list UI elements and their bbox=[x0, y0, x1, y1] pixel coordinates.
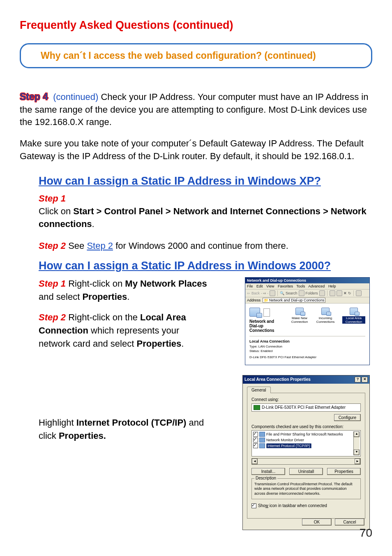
scroll-left-icon[interactable]: ◄ bbox=[252, 459, 258, 464]
close-button[interactable]: ✕ bbox=[362, 377, 368, 382]
w2k-step1-label: Step 1 bbox=[39, 278, 66, 289]
menu-view[interactable]: View bbox=[266, 284, 274, 288]
nic-icon bbox=[254, 405, 260, 410]
connect-using-label: Connect using: bbox=[251, 397, 361, 402]
up-icon[interactable] bbox=[270, 290, 275, 296]
nd-title: Network and Dial-up Connections bbox=[249, 319, 284, 333]
service-icon bbox=[259, 432, 265, 437]
xp-heading-link[interactable]: How can I assign a Static IP Address in … bbox=[39, 175, 321, 187]
horizontal-scrollbar[interactable]: ◄ ► bbox=[251, 458, 361, 465]
scroll-down-icon[interactable]: ▼ bbox=[354, 449, 360, 455]
explorer-toolbar[interactable]: ⇦Back · ⇨ · 🔍Search Folders ✕ ↻ bbox=[245, 290, 369, 297]
xp-step1-post: . bbox=[92, 219, 95, 229]
cancel-button[interactable]: Cancel bbox=[335, 519, 364, 526]
component-item[interactable]: Network Monitor Driver bbox=[253, 437, 353, 443]
checkbox-icon[interactable] bbox=[253, 438, 258, 442]
menu-file[interactable]: File bbox=[247, 284, 253, 288]
copy-icon[interactable] bbox=[337, 290, 342, 296]
menu-tools[interactable]: Tools bbox=[296, 284, 305, 288]
ok-button[interactable]: OK bbox=[302, 519, 332, 526]
dialog-title: Local Area Connection Properties bbox=[244, 377, 311, 382]
move-icon[interactable] bbox=[330, 290, 335, 296]
gateway-text: Make sure you take note of your computer… bbox=[20, 137, 372, 162]
component-item[interactable]: File and Printer Sharing for Microsoft N… bbox=[253, 431, 353, 437]
w2k-heading-link[interactable]: How can I assign a Static IP Address in … bbox=[39, 259, 331, 272]
menu-help[interactable]: Help bbox=[328, 284, 336, 288]
menu-advanced[interactable]: Advanced bbox=[308, 284, 325, 288]
scroll-right-icon[interactable]: ► bbox=[355, 459, 360, 464]
connection-icon bbox=[350, 308, 358, 315]
xp-step1-label: Step 1 bbox=[39, 193, 66, 204]
components-list[interactable]: File and Printer Sharing for Microsoft N… bbox=[251, 430, 361, 456]
document-icon bbox=[263, 308, 270, 317]
checkbox-icon[interactable] bbox=[253, 432, 258, 437]
adapter-box: D-Link DFE-530TX PCI Fast Ethernet Adapt… bbox=[251, 403, 361, 412]
description-label: Description bbox=[254, 476, 277, 480]
lac-details: Local Area Connection Type: LAN Connecti… bbox=[249, 339, 365, 359]
install-button[interactable]: Install... bbox=[251, 468, 285, 475]
menu-favorites[interactable]: Favorites bbox=[278, 284, 293, 288]
question-box: Why can´t I access the web based configu… bbox=[20, 43, 372, 68]
question-text: Why can´t I access the web based configu… bbox=[41, 50, 316, 61]
history-icon[interactable] bbox=[319, 290, 325, 296]
xp-step2-label: Step 2 bbox=[39, 241, 66, 251]
explorer-window: Network and Dial-up Connections File Edi… bbox=[245, 277, 370, 365]
step4-label: Step 4 bbox=[20, 91, 48, 102]
network-icon bbox=[249, 308, 260, 317]
address-bar[interactable]: Address 📁 Network and Dial-up Connection… bbox=[245, 297, 369, 303]
connection-icon bbox=[295, 308, 304, 315]
xp-step2-link[interactable]: Step 2 bbox=[87, 241, 113, 251]
local-area-connection[interactable]: Local Area Connection bbox=[342, 308, 365, 324]
xp-step2-pre: See bbox=[66, 241, 87, 251]
service-icon bbox=[259, 438, 265, 442]
make-new-connection[interactable]: Make New Connection bbox=[291, 308, 309, 324]
show-icon-label: Show icon in taskbar when connected bbox=[258, 503, 327, 508]
step4-continued: (continued) bbox=[53, 92, 98, 102]
tab-general[interactable]: General bbox=[247, 387, 271, 393]
page-number: 70 bbox=[360, 526, 372, 540]
connection-icon bbox=[321, 308, 330, 315]
component-item-tcpip[interactable]: Internet Protocol (TCP/IP) bbox=[253, 443, 353, 449]
xp-step1-pre: Click on bbox=[39, 206, 73, 216]
vertical-scrollbar[interactable]: ▲ ▼ bbox=[353, 431, 360, 455]
folders-icon[interactable] bbox=[299, 290, 304, 296]
menu-edit[interactable]: Edit bbox=[256, 284, 263, 288]
w2k-step2-label: Step 2 bbox=[39, 312, 66, 322]
xp-step2-post: for Windows 2000 and continue from there… bbox=[113, 241, 288, 251]
w2k-step1-block: Step 1 Right-click on My Network Places … bbox=[39, 277, 207, 303]
properties-button[interactable]: Properties bbox=[327, 468, 361, 475]
configure-button[interactable]: Configure bbox=[334, 414, 361, 421]
show-icon-checkbox[interactable] bbox=[251, 503, 256, 508]
page-title: Frequently Asked Questions (continued) bbox=[20, 19, 372, 32]
explorer-titlebar: Network and Dial-up Connections bbox=[245, 278, 369, 283]
components-label: Components checked are used by this conn… bbox=[251, 424, 361, 429]
views-icon[interactable] bbox=[356, 290, 362, 296]
scroll-up-icon[interactable]: ▲ bbox=[354, 431, 360, 437]
lac-properties-dialog: Local Area Connection Properties ? ✕ Gen… bbox=[242, 375, 370, 530]
help-button[interactable]: ? bbox=[355, 377, 361, 382]
highlight-block: Highlight Internet Protocol (TCP/IP) and… bbox=[39, 416, 207, 442]
w2k-step2-block: Step 2 Right-click on the Local Area Con… bbox=[39, 311, 207, 350]
step4-block: Step 4 (continued) Check your IP Address… bbox=[20, 90, 372, 128]
xp-step1-bold: Start > Control Panel > Network and Inte… bbox=[39, 206, 367, 229]
explorer-menu[interactable]: File Edit View Favorites Tools Advanced … bbox=[245, 283, 369, 290]
uninstall-button[interactable]: Uninstall bbox=[289, 468, 323, 475]
incoming-connections[interactable]: Incoming Connections bbox=[315, 308, 336, 324]
protocol-icon bbox=[259, 443, 265, 448]
description-text: Transmission Control Protocol/Internet P… bbox=[254, 482, 358, 496]
checkbox-icon[interactable] bbox=[253, 443, 258, 448]
